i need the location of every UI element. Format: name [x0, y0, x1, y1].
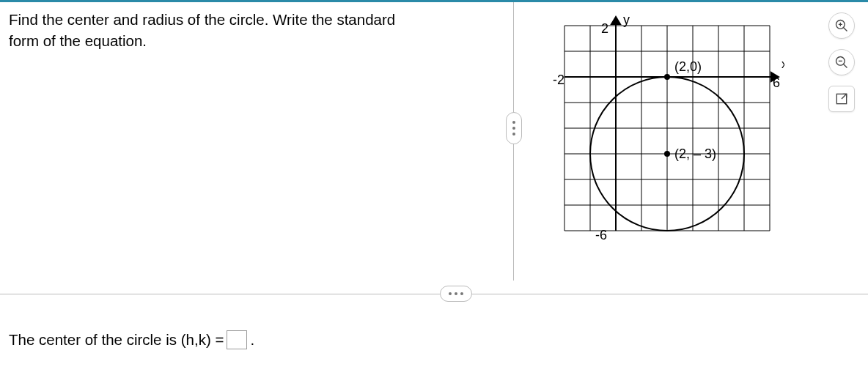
horizontal-separator: [0, 294, 868, 294]
y-axis-label: y: [623, 12, 630, 27]
xtick-6: 6: [773, 75, 780, 90]
zoom-in-icon: [834, 18, 849, 33]
zoom-in-button[interactable]: [828, 12, 855, 39]
point-2-0: [664, 74, 670, 80]
svg-line-23: [844, 28, 847, 31]
xtick-neg2: -2: [553, 73, 564, 87]
separator-line: [0, 294, 868, 294]
answer-suffix: .: [250, 331, 254, 349]
graph: y x 2 -2 6 -6 (2,0) (2, – 3): [550, 11, 784, 275]
zoom-out-button[interactable]: [828, 49, 855, 75]
expand-icon: [834, 92, 849, 106]
vertical-splitter[interactable]: [506, 2, 522, 281]
expand-button[interactable]: [828, 86, 855, 112]
answer-prefix: The center of the circle is (h,k) =: [9, 331, 224, 349]
ytick-neg6: -6: [595, 228, 607, 242]
svg-marker-21: [611, 17, 620, 24]
question-text: Find the center and radius of the circle…: [9, 10, 490, 51]
question-line-1: Find the center and radius of the circle…: [9, 11, 395, 28]
svg-line-30: [842, 94, 847, 99]
question-line-2: form of the equation.: [9, 32, 147, 49]
label-2-0: (2,0): [674, 59, 702, 74]
label-2-neg3: (2, – 3): [674, 146, 716, 161]
center-input[interactable]: [227, 330, 247, 349]
separator-handle[interactable]: [440, 286, 472, 302]
x-axis-label: x: [781, 58, 784, 70]
point-2-neg3: [664, 151, 670, 157]
graph-tools: [828, 12, 855, 112]
svg-line-27: [844, 64, 847, 68]
zoom-out-icon: [834, 55, 849, 70]
answer-line: The center of the circle is (h,k) = .: [9, 330, 254, 349]
vertical-splitter-handle[interactable]: [506, 112, 522, 144]
ytick-2: 2: [601, 21, 608, 36]
